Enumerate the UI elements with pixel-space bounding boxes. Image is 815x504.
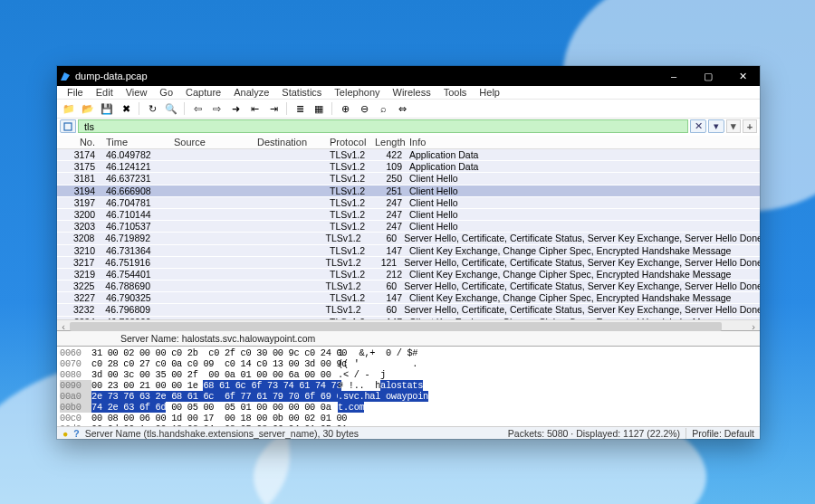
go-forward-icon[interactable]: ⇨ — [207, 100, 225, 118]
packet-list-scrollbar[interactable]: ‹ › — [57, 319, 760, 330]
cell-time: 46.796809 — [101, 304, 168, 315]
scroll-right-icon[interactable]: › — [747, 320, 760, 333]
last-icon[interactable]: ⇥ — [264, 100, 283, 118]
packet-row[interactable]: 320846.719892TLSv1.260Server Hello, Cert… — [57, 233, 760, 244]
title-bar[interactable]: dump-data.pcap – ▢ ✕ — [57, 66, 760, 86]
packet-row[interactable]: 321046.731364TLSv1.2147Client Key Exchan… — [57, 245, 760, 257]
packet-row[interactable]: 318146.637231TLSv1.2250Client Hello — [57, 173, 760, 185]
packet-bytes-pane[interactable]: 006031 00 02 00 00 c0 2b c0 2f c0 30 00 … — [57, 347, 760, 426]
col-protocol[interactable]: Protocol — [326, 136, 371, 148]
menu-analyze[interactable]: Analyze — [227, 86, 275, 99]
filter-history-icon[interactable]: ▾ — [726, 119, 741, 133]
menu-file[interactable]: File — [61, 86, 90, 99]
menu-telephony[interactable]: Telephony — [328, 86, 386, 99]
filter-clear-icon[interactable]: ✕ — [690, 119, 706, 133]
col-source[interactable]: Source — [170, 136, 254, 148]
colorize-icon[interactable]: ▦ — [310, 100, 328, 118]
status-field: Server Name (tls.handshake.extensions_se… — [85, 428, 359, 439]
menu-view[interactable]: View — [120, 86, 154, 99]
packet-row[interactable]: 317546.124121TLSv1.2109Application Data — [57, 161, 760, 173]
menu-statistics[interactable]: Statistics — [275, 86, 328, 99]
packet-row[interactable]: 321746.751916TLSv1.2121Server Hello, Cer… — [57, 257, 760, 269]
help-hint-icon[interactable]: ? — [73, 428, 79, 439]
hex-row[interactable]: 00803d 00 3c 00 35 00 2f 00 0a 01 00 00 … — [60, 369, 757, 380]
cell-length: 121 — [367, 257, 400, 268]
svg-rect-0 — [64, 123, 72, 130]
maximize-button[interactable]: ▢ — [691, 66, 725, 86]
packet-row[interactable]: 322546.788690TLSv1.260Server Hello, Cert… — [57, 281, 760, 292]
display-filter-input[interactable] — [78, 119, 688, 133]
cell-source — [170, 173, 254, 184]
packet-row[interactable]: 322746.790325TLSv1.2147Client Key Exchan… — [57, 292, 760, 304]
cell-info: Application Data — [406, 149, 760, 160]
scroll-thumb[interactable] — [70, 322, 722, 331]
packet-row[interactable]: 320046.710144TLSv1.2247Client Hello — [57, 209, 760, 221]
open-file-icon[interactable]: 📁 — [60, 100, 78, 118]
open-folder-icon[interactable]: 📂 — [79, 100, 97, 118]
packet-row[interactable]: 321946.754401TLSv1.2212Client Key Exchan… — [57, 269, 760, 281]
menu-wireless[interactable]: Wireless — [387, 86, 437, 99]
close-button[interactable]: ✕ — [725, 66, 760, 86]
reload-icon[interactable]: ↻ — [143, 100, 161, 118]
hex-bytes: 31 00 02 00 00 c0 2b c0 2f c0 30 00 9c c… — [91, 347, 338, 358]
packet-row[interactable]: 320346.710537TLSv1.2247Client Hello — [57, 221, 760, 233]
save-icon[interactable]: 💾 — [98, 100, 116, 118]
expert-info-icon[interactable]: ● — [62, 428, 68, 439]
auto-scroll-icon[interactable]: ≣ — [291, 100, 309, 118]
hex-bytes: c0 28 c0 27 c0 0a c0 09 c0 14 c0 13 00 3… — [91, 358, 338, 369]
cell-time: 46.049782 — [102, 149, 170, 160]
filter-add-button[interactable]: + — [743, 119, 757, 133]
scroll-left-icon[interactable]: ‹ — [57, 320, 70, 333]
zoom-out-icon[interactable]: ⊖ — [355, 100, 373, 118]
cell-dest — [254, 245, 326, 256]
col-no[interactable]: No. — [57, 136, 102, 148]
packet-row[interactable]: 319746.704781TLSv1.2247Client Hello — [57, 197, 760, 209]
find-icon[interactable]: 🔍 — [162, 100, 180, 118]
first-icon[interactable]: ⇤ — [245, 100, 264, 118]
go-back-icon[interactable]: ⇦ — [188, 100, 206, 118]
packet-row[interactable]: 323246.796809TLSv1.260Server Hello, Cert… — [57, 304, 760, 316]
packet-row[interactable]: 317446.049782TLSv1.2422Application Data — [57, 149, 760, 161]
hex-row[interactable]: 009000 23 00 21 00 00 1e 68 61 6c 6f 73 … — [60, 380, 757, 391]
go-to-icon[interactable]: ➜ — [226, 100, 244, 118]
menu-capture[interactable]: Capture — [179, 86, 227, 99]
hex-row[interactable]: 00a02e 73 76 63 2e 68 61 6c 6f 77 61 79 … — [60, 391, 757, 402]
main-toolbar: 📁📂💾✖↻🔍⇦⇨➜⇤⇥≣▦⊕⊖⌕⇔ — [57, 100, 760, 119]
cell-length: 147 — [371, 245, 406, 256]
menu-edit[interactable]: Edit — [90, 86, 120, 99]
packet-details-pane[interactable]: Server Name: halostats.svc.halowaypoint.… — [57, 331, 760, 347]
hex-row[interactable]: 0070c0 28 c0 27 c0 0a c0 09 c0 14 c0 13 … — [60, 358, 757, 369]
hex-offset: 00a0 — [60, 391, 91, 402]
cell-time: 46.704781 — [102, 197, 170, 208]
zoom-reset-icon[interactable]: ⌕ — [374, 100, 392, 118]
cell-no: 3232 — [57, 304, 101, 315]
col-time[interactable]: Time — [102, 136, 170, 148]
packet-list-body[interactable]: 317446.049782TLSv1.2422Application Data3… — [57, 149, 760, 319]
cell-info: Server Hello, Certificate, Certificate S… — [400, 233, 760, 243]
status-profile[interactable]: Profile: Default — [692, 428, 754, 439]
minimize-button[interactable]: – — [657, 66, 691, 86]
packet-row[interactable]: 319446.666908TLSv1.2251Client Hello — [57, 185, 760, 197]
packet-list-header[interactable]: No. Time Source Destination Protocol Len… — [57, 136, 760, 149]
resize-cols-icon[interactable]: ⇔ — [393, 100, 411, 118]
menu-tools[interactable]: Tools — [437, 86, 474, 99]
hex-row[interactable]: 00b074 2e 63 6f 6d 00 05 00 05 01 00 00 … — [60, 402, 757, 413]
hex-row[interactable]: 00c000 08 00 06 00 1d 00 17 00 18 00 0b … — [60, 413, 757, 423]
filter-apply-dropdown-icon[interactable]: ▾ — [708, 119, 724, 133]
menu-help[interactable]: Help — [473, 86, 506, 99]
hex-ascii: .< / - j — [338, 369, 757, 380]
cell-info: Client Hello — [406, 185, 760, 196]
col-dest[interactable]: Destination — [254, 136, 326, 148]
filter-bookmark-icon[interactable] — [60, 119, 76, 133]
close-capture-icon[interactable]: ✖ — [117, 100, 135, 118]
col-info[interactable]: Info — [406, 136, 760, 148]
cell-length: 247 — [371, 209, 406, 220]
menu-go[interactable]: Go — [153, 86, 179, 99]
hex-offset: 0070 — [60, 358, 91, 369]
col-length[interactable]: Length — [371, 136, 406, 148]
cell-no: 3219 — [57, 269, 102, 280]
zoom-in-icon[interactable]: ⊕ — [336, 100, 354, 118]
hex-row[interactable]: 006031 00 02 00 00 c0 2b c0 2f c0 30 00 … — [60, 347, 757, 358]
cell-protocol: TLSv1.2 — [326, 221, 371, 232]
cell-info: Application Data — [406, 161, 760, 172]
